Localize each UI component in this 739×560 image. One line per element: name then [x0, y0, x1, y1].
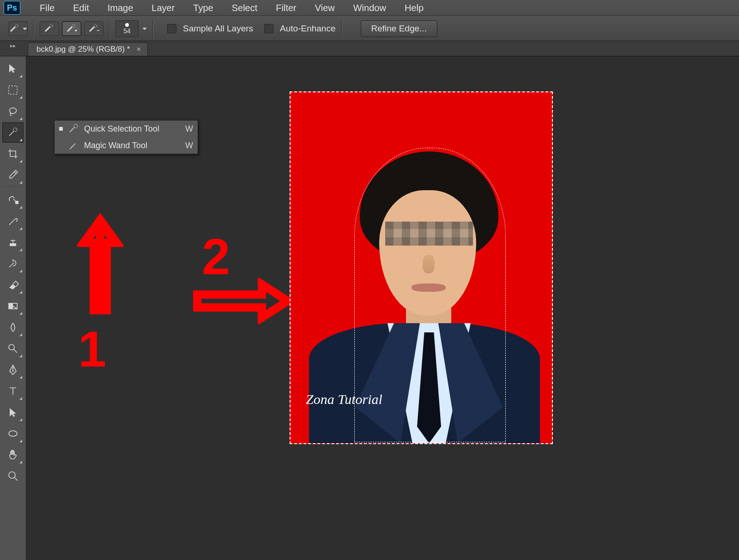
flyout-indicator-icon — [19, 248, 22, 251]
svg-rect-4 — [9, 86, 17, 94]
flyout-item-quick-selection[interactable]: Quick Selection Tool W — [55, 120, 198, 137]
ellipse-tool[interactable] — [2, 423, 24, 444]
close-tab-icon[interactable]: × — [136, 45, 141, 54]
flyout-indicator-icon — [19, 117, 22, 120]
menu-view[interactable]: View — [306, 3, 344, 13]
flyout-indicator-icon — [19, 160, 22, 163]
flyout-item-magic-wand[interactable]: Magic Wand Tool W — [55, 137, 198, 154]
flyout-indicator-icon — [19, 291, 22, 294]
clone-stamp-tool[interactable] — [2, 232, 24, 253]
menu-window[interactable]: Window — [344, 3, 395, 13]
brush-size-value: 54 — [123, 28, 131, 34]
pen-tool-icon — [7, 364, 19, 376]
auto-enhance-label: Auto-Enhance — [280, 24, 335, 34]
zoom-tool[interactable] — [2, 466, 24, 486]
eraser-tool[interactable] — [2, 275, 24, 295]
eyedropper-tool[interactable] — [2, 165, 24, 185]
flyout-indicator-icon — [19, 418, 22, 421]
crop-tool-icon — [7, 148, 19, 160]
move-tool-icon — [7, 63, 19, 75]
open-document[interactable]: Zona Tutorial — [290, 91, 553, 444]
menu-file[interactable]: File — [30, 3, 64, 13]
chevron-down-icon[interactable] — [142, 28, 147, 30]
crop-tool[interactable] — [2, 144, 24, 164]
quick-selection-icon — [9, 24, 21, 33]
flyout-indicator-icon — [19, 355, 22, 357]
lasso-tool-icon — [7, 105, 19, 117]
dodge-tool-icon — [7, 343, 19, 355]
current-tool-preset[interactable] — [8, 21, 28, 36]
svg-rect-7 — [10, 243, 16, 246]
flyout-indicator-icon — [19, 206, 22, 209]
path-selection-tool-icon — [7, 406, 19, 418]
sample-all-layers-checkbox[interactable] — [167, 24, 176, 33]
dodge-tool[interactable] — [2, 338, 24, 359]
type-tool-icon — [7, 385, 19, 397]
svg-point-14 — [74, 124, 78, 128]
flyout-indicator-icon — [19, 75, 22, 78]
menu-select[interactable]: Select — [223, 3, 267, 13]
menu-edit[interactable]: Edit — [64, 3, 98, 13]
menu-type[interactable]: Type — [184, 3, 222, 13]
subtract-from-selection-button[interactable] — [84, 21, 103, 36]
brush-tool-icon — [7, 215, 19, 227]
watermark-text: Zona Tutorial — [306, 391, 382, 407]
annotation-number-1: 1 — [78, 319, 106, 378]
auto-enhance-checkbox[interactable] — [264, 24, 273, 33]
chevron-down-icon — [23, 28, 27, 30]
hand-tool[interactable] — [2, 445, 24, 465]
blur-tool[interactable] — [2, 317, 24, 337]
toolbox — [0, 56, 26, 560]
document-tab[interactable]: bck0.jpg @ 25% (RGB/8) * × — [28, 42, 148, 56]
svg-point-12 — [9, 431, 17, 436]
expand-panels-icon[interactable]: ▸▸ — [2, 42, 24, 54]
menu-help[interactable]: Help — [395, 3, 433, 13]
tool-flyout: Quick Selection Tool W Magic Wand Tool W — [54, 120, 198, 154]
svg-point-2 — [72, 24, 75, 27]
new-selection-button[interactable] — [40, 21, 59, 36]
marquee-tool-icon — [7, 84, 19, 96]
flyout-indicator-icon — [19, 397, 22, 400]
brush-size-picker[interactable]: 54 — [115, 20, 139, 37]
flyout-shortcut: W — [185, 124, 193, 134]
path-selection-tool[interactable] — [2, 402, 24, 422]
zoom-tool-icon — [7, 470, 19, 482]
flyout-indicator-icon — [19, 270, 22, 272]
svg-rect-9 — [9, 303, 13, 309]
brush-tool[interactable] — [2, 211, 24, 231]
svg-point-13 — [9, 472, 15, 478]
flyout-indicator-icon — [19, 181, 22, 184]
options-bar: 54 Sample All Layers Auto-Enhance Refine… — [0, 16, 739, 41]
healing-brush-tool-icon — [7, 194, 19, 206]
gradient-tool[interactable] — [2, 296, 24, 316]
canvas-area[interactable]: Quick Selection Tool W Magic Wand Tool W… — [26, 56, 739, 560]
move-tool[interactable] — [2, 59, 24, 79]
sample-all-layers-label: Sample All Layers — [183, 24, 253, 34]
pen-tool[interactable] — [2, 360, 24, 380]
history-brush-tool[interactable] — [2, 253, 24, 274]
brush-dot-icon — [125, 23, 129, 27]
annotation-number-2: 2 — [202, 227, 230, 286]
clone-stamp-tool-icon — [7, 236, 19, 248]
flyout-indicator-icon — [19, 440, 22, 442]
blur-tool-icon — [7, 321, 19, 333]
flyout-indicator-icon — [19, 96, 22, 99]
add-to-selection-button[interactable] — [62, 21, 81, 36]
svg-point-1 — [50, 24, 53, 27]
flyout-indicator-icon — [19, 312, 22, 315]
menu-image[interactable]: Image — [98, 3, 143, 13]
lasso-tool[interactable] — [2, 101, 24, 121]
menu-bar: Ps File Edit Image Layer Type Select Fil… — [0, 0, 739, 16]
marquee-tool[interactable] — [2, 80, 24, 100]
selected-dot-icon — [59, 127, 63, 131]
menu-filter[interactable]: Filter — [267, 3, 305, 13]
gradient-tool-icon — [7, 300, 19, 312]
menu-layer[interactable]: Layer — [142, 3, 184, 13]
annotation-arrow-1 — [77, 213, 123, 315]
quick-selection-tool[interactable] — [2, 122, 24, 143]
healing-brush-tool[interactable] — [2, 190, 24, 210]
eraser-tool-icon — [7, 279, 19, 291]
type-tool[interactable] — [2, 381, 24, 401]
refine-edge-button[interactable]: Refine Edge... — [361, 20, 437, 37]
svg-point-0 — [15, 24, 18, 27]
